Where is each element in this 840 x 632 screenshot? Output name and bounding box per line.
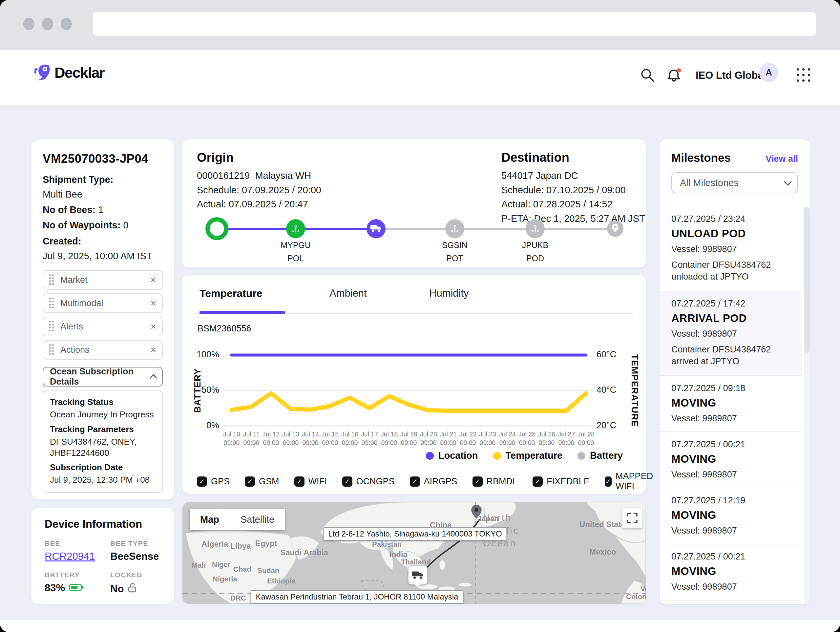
timeline-node-origin[interactable] — [205, 217, 228, 240]
bee-label: BEE — [45, 539, 110, 547]
milestones-title: Milestones — [671, 151, 731, 164]
milestones-scrollbar[interactable] — [804, 207, 810, 602]
map-country-label: Mexico — [589, 547, 616, 556]
sensor-checkbox-fixedble[interactable]: ✓FIXEDBLE — [532, 476, 590, 487]
tag-multimodal[interactable]: Multimodal× — [43, 293, 163, 313]
timeline-node-pod[interactable]: ⚓ — [526, 219, 545, 238]
milestone-item[interactable]: 07.27.2025 / 00:21MOVINGVessel: 9989807 — [660, 544, 802, 600]
brand-logo[interactable]: Decklar — [33, 63, 104, 83]
map-button[interactable]: Map — [189, 509, 230, 530]
svg-text:Jul 2609:00: Jul 2609:00 — [538, 431, 555, 446]
drag-handle-icon[interactable] — [49, 298, 54, 309]
tab-humidity[interactable]: Humidity — [429, 288, 469, 299]
sensor-checkbox-wifi[interactable]: ✓WIFI — [294, 476, 327, 487]
milestone-item[interactable]: 07.27.2025 / 12:25MOVINGVessel: 9989807 — [660, 600, 802, 602]
milestone-item[interactable]: 07.27.2025 / 17:42ARRIVAL PODVessel: 998… — [660, 291, 802, 376]
tag-market[interactable]: Market× — [43, 270, 163, 290]
anchor-icon: ⚓ — [450, 223, 459, 235]
origin-schedule: Schedule: 07.09.2025 / 20:00 — [197, 183, 321, 198]
address-bar[interactable] — [93, 12, 816, 36]
milestones-filter-select[interactable]: All Milestones — [671, 172, 798, 193]
ocean-subscription-toggle[interactable]: Ocean Subscription Details — [43, 367, 163, 387]
checkbox-icon: ✓ — [532, 476, 543, 487]
map-country-label: Sudan — [257, 566, 279, 575]
chevron-down-icon — [784, 177, 792, 185]
sensor-label: RBMDL — [486, 476, 518, 487]
truck-icon — [370, 224, 382, 234]
drag-handle-icon[interactable] — [49, 344, 54, 356]
apps-grid-icon[interactable] — [797, 68, 810, 82]
timeline-node-pot[interactable]: ⚓ — [445, 219, 464, 238]
sensor-label: OCNGPS — [356, 476, 395, 487]
map-country-label: Niger — [212, 561, 231, 569]
unlocked-padlock-icon — [128, 582, 137, 596]
left-axis-tick: 100% — [189, 349, 219, 360]
milestones-filter-value: All Milestones — [680, 177, 739, 188]
anchor-icon: ⚓ — [291, 223, 300, 235]
left-axis-tick: 0% — [189, 420, 219, 431]
milestone-item[interactable]: 07.27.2025 / 23:24UNLOAD PODVessel: 9989… — [660, 207, 802, 291]
sensor-checkbox-gps[interactable]: ✓GPS — [197, 476, 230, 487]
sensor-checkbox-ocngps[interactable]: ✓OCNGPS — [342, 476, 395, 487]
drag-handle-icon[interactable] — [49, 274, 54, 286]
close-icon[interactable]: × — [150, 345, 156, 355]
view-all-link[interactable]: View all — [766, 154, 798, 164]
legend-label: Temperature — [506, 450, 563, 461]
tab-ambient[interactable]: Ambient — [330, 288, 367, 299]
tag-actions[interactable]: Actions× — [43, 340, 163, 360]
avatar[interactable]: A — [759, 63, 778, 82]
right-axis-tick: 20°C — [597, 420, 633, 431]
timeline-node-destination[interactable] — [607, 221, 624, 237]
locked-value: No — [110, 582, 161, 596]
satellite-button[interactable]: Satellite — [230, 509, 285, 530]
tracking-parameters-value: DFSU4384762, ONEY, JHBF12244600 — [50, 436, 148, 459]
search-icon[interactable] — [641, 68, 655, 84]
timeline-node-current-truck[interactable] — [366, 219, 385, 238]
battery-icon — [69, 582, 84, 594]
subscription-date-label: Subscription Date — [50, 462, 156, 472]
tags-list: Market×Multimodal×Alerts×Actions× — [43, 270, 163, 360]
destination-pin-marker[interactable] — [471, 504, 482, 520]
fullscreen-button[interactable] — [622, 508, 643, 528]
tag-alerts[interactable]: Alerts× — [43, 317, 163, 337]
close-icon[interactable]: × — [150, 298, 156, 308]
checkbox-icon: ✓ — [197, 476, 207, 487]
svg-text:Jul 1009:00: Jul 1009:00 — [223, 431, 240, 446]
milestone-item[interactable]: 07.27.2025 / 09:18MOVINGVessel: 9989807 — [660, 376, 802, 432]
tab-temperature[interactable]: Temperature — [199, 288, 262, 300]
checkbox-icon: ✓ — [294, 476, 305, 487]
map-country-label: Ve — [641, 585, 646, 593]
drag-handle-icon[interactable] — [49, 321, 54, 332]
account-name[interactable]: IEO Ltd Global — [696, 70, 766, 81]
bee-id-link[interactable]: RCR20941 — [45, 551, 110, 562]
timeline-node-pol[interactable]: ⚓ — [286, 219, 305, 238]
window-control-dot[interactable] — [42, 18, 53, 30]
milestone-title: ARRIVAL POD — [671, 312, 790, 324]
milestone-item[interactable]: 07.27.2025 / 12:19MOVINGVessel: 9989807 — [660, 488, 802, 544]
svg-text:Jul 2809:00: Jul 2809:00 — [578, 431, 595, 446]
map-country-label: Chad — [233, 565, 251, 574]
current-position-truck-marker[interactable] — [408, 565, 428, 585]
sensor-checkbox-airgps[interactable]: ✓AIRGPS — [410, 476, 458, 487]
map-type-control: Map Satellite — [189, 509, 285, 530]
notifications-bell-icon[interactable] — [666, 67, 682, 85]
battery-label: BATTERY — [45, 571, 110, 579]
waypoints-row: No of Waypoints: 0 — [43, 220, 163, 231]
shipment-id: VM25070033-JP04 — [43, 152, 163, 166]
milestone-item[interactable]: 07.27.2025 / 00:21MOVINGVessel: 9989807 — [660, 432, 802, 488]
sensor-chart[interactable]: Jul 1009:00Jul 1109:00Jul 1209:00Jul 130… — [222, 351, 596, 449]
map-card[interactable]: ItalyIranAlgeriaLibyaEgyptSaudi ArabiaMa… — [182, 502, 646, 604]
map-address-tooltip: Kawasan Perindustrian Tebrau 1, JOHOR 81… — [251, 590, 464, 604]
sensor-checkbox-gsm[interactable]: ✓GSM — [245, 476, 279, 487]
window-control-dot[interactable] — [61, 18, 72, 30]
checkbox-icon: ✓ — [410, 476, 420, 487]
svg-text:Jul 1209:00: Jul 1209:00 — [262, 431, 279, 446]
sensor-chart-card: Temperature Ambient Humidity BSM2360556 … — [182, 275, 646, 494]
close-icon[interactable]: × — [150, 322, 156, 332]
ocean-subscription-details: Tracking Status Ocean Journey In Progres… — [43, 390, 163, 493]
sensor-checkbox-rbmdl[interactable]: ✓RBMDL — [472, 476, 518, 487]
close-icon[interactable]: × — [150, 275, 156, 285]
sensor-checkbox-mapped-wifi[interactable]: ✓MAPPED WIFI — [605, 471, 656, 491]
milestone-title: MOVING — [671, 509, 790, 521]
window-control-dot[interactable] — [23, 18, 35, 30]
